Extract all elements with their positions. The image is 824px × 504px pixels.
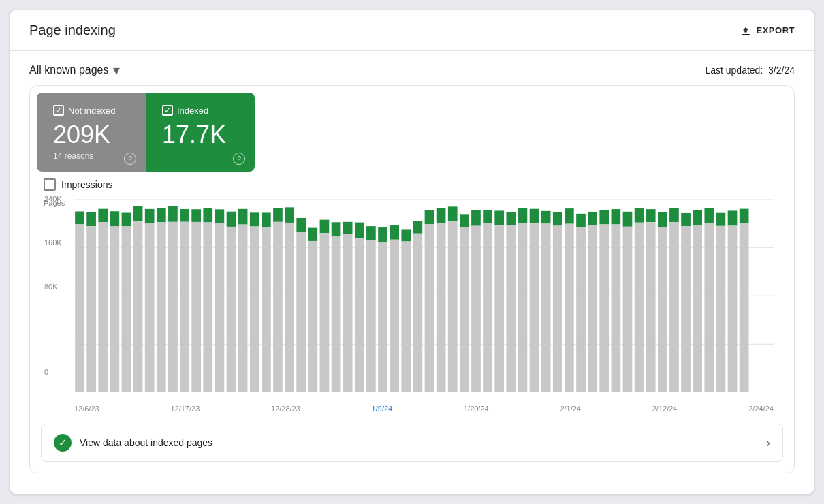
svg-rect-63 bbox=[413, 221, 423, 234]
x-label-8: 2/24/24 bbox=[748, 405, 774, 413]
svg-rect-82 bbox=[518, 223, 528, 392]
svg-rect-75 bbox=[483, 210, 492, 223]
svg-rect-45 bbox=[308, 227, 317, 240]
svg-rect-54 bbox=[355, 238, 364, 392]
impressions-checkbox[interactable] bbox=[44, 178, 56, 191]
x-label-6: 2/1/24 bbox=[560, 405, 581, 413]
svg-rect-84 bbox=[530, 223, 539, 392]
not-indexed-help-icon[interactable]: ? bbox=[124, 153, 136, 165]
bar-chart bbox=[74, 199, 774, 392]
svg-rect-104 bbox=[646, 222, 656, 392]
svg-rect-105 bbox=[658, 212, 667, 227]
svg-rect-85 bbox=[541, 210, 551, 223]
svg-rect-41 bbox=[285, 207, 294, 223]
svg-rect-40 bbox=[273, 221, 283, 392]
svg-rect-65 bbox=[425, 210, 434, 224]
svg-rect-106 bbox=[658, 227, 667, 392]
indexed-stat: ✓ Indexed 17.7K ? bbox=[146, 93, 255, 172]
svg-rect-15 bbox=[133, 206, 143, 221]
svg-rect-48 bbox=[320, 233, 330, 392]
svg-rect-117 bbox=[728, 210, 738, 225]
svg-rect-96 bbox=[599, 224, 609, 392]
svg-rect-76 bbox=[483, 223, 492, 392]
view-data-left: ✓ View data about indexed pages bbox=[54, 434, 212, 452]
svg-rect-16 bbox=[133, 221, 143, 392]
svg-rect-8 bbox=[86, 226, 96, 392]
svg-rect-38 bbox=[262, 227, 271, 392]
svg-rect-36 bbox=[250, 226, 259, 392]
svg-rect-5 bbox=[75, 211, 84, 224]
svg-rect-81 bbox=[518, 208, 528, 223]
svg-rect-109 bbox=[681, 213, 691, 226]
svg-rect-116 bbox=[716, 225, 726, 392]
svg-rect-74 bbox=[471, 225, 481, 392]
svg-rect-61 bbox=[401, 229, 411, 241]
chart-area: Pages bbox=[44, 199, 780, 413]
export-button[interactable]: EXPORT bbox=[739, 24, 795, 37]
svg-rect-6 bbox=[75, 224, 84, 392]
svg-rect-49 bbox=[332, 222, 341, 236]
svg-rect-89 bbox=[565, 208, 574, 224]
svg-rect-92 bbox=[576, 227, 586, 392]
svg-rect-78 bbox=[494, 225, 504, 392]
svg-rect-91 bbox=[576, 213, 586, 226]
indexed-check-icon: ✓ bbox=[54, 434, 72, 452]
svg-rect-35 bbox=[250, 212, 259, 226]
not-indexed-checkbox[interactable]: ✓ bbox=[53, 105, 64, 116]
chart-container: 240K 160K 80K 0 bbox=[74, 199, 774, 392]
svg-rect-39 bbox=[273, 208, 283, 222]
svg-rect-43 bbox=[296, 218, 306, 232]
svg-rect-19 bbox=[157, 208, 166, 222]
svg-rect-29 bbox=[215, 209, 225, 223]
svg-rect-27 bbox=[203, 208, 212, 223]
svg-rect-46 bbox=[308, 241, 317, 392]
svg-rect-114 bbox=[704, 223, 714, 392]
svg-rect-79 bbox=[506, 212, 516, 225]
svg-rect-13 bbox=[122, 212, 131, 225]
checkmark-icon: ✓ bbox=[55, 106, 62, 114]
svg-rect-31 bbox=[227, 211, 236, 226]
svg-rect-11 bbox=[110, 211, 119, 226]
svg-rect-44 bbox=[296, 232, 306, 392]
svg-rect-101 bbox=[635, 208, 644, 223]
svg-rect-94 bbox=[588, 225, 597, 392]
svg-rect-58 bbox=[378, 242, 387, 392]
svg-rect-14 bbox=[122, 226, 131, 392]
view-indexed-pages-button[interactable]: ✓ View data about indexed pages › bbox=[41, 424, 783, 462]
svg-rect-28 bbox=[203, 222, 212, 392]
indexed-label: Indexed bbox=[177, 106, 208, 116]
view-data-arrow-icon: › bbox=[766, 436, 770, 450]
svg-rect-23 bbox=[180, 209, 189, 222]
svg-rect-68 bbox=[437, 223, 446, 392]
svg-rect-55 bbox=[366, 226, 376, 240]
y-tick-160k: 160K bbox=[44, 238, 62, 247]
svg-rect-18 bbox=[145, 223, 155, 392]
svg-rect-24 bbox=[180, 221, 189, 392]
export-icon bbox=[739, 24, 752, 37]
page-title: Page indexing bbox=[29, 22, 116, 38]
impressions-label: Impressions bbox=[61, 179, 112, 190]
svg-rect-113 bbox=[704, 208, 714, 223]
svg-rect-77 bbox=[494, 210, 504, 225]
pages-dropdown-button[interactable]: All known pages ▾ bbox=[29, 62, 120, 78]
svg-rect-97 bbox=[612, 209, 621, 224]
svg-rect-88 bbox=[553, 225, 562, 392]
svg-rect-64 bbox=[413, 233, 423, 392]
svg-rect-120 bbox=[740, 223, 749, 392]
svg-rect-87 bbox=[553, 212, 562, 225]
indexed-checkbox[interactable]: ✓ bbox=[162, 105, 173, 116]
svg-rect-47 bbox=[320, 219, 330, 233]
svg-rect-60 bbox=[390, 239, 399, 392]
svg-rect-32 bbox=[227, 227, 236, 392]
indexed-help-icon[interactable]: ? bbox=[233, 153, 245, 165]
main-content: ✓ Not indexed 209K 14 reasons ? ✓ Indexe… bbox=[10, 85, 814, 494]
not-indexed-label-row: ✓ Not indexed bbox=[53, 105, 129, 116]
svg-rect-7 bbox=[86, 212, 96, 226]
indexing-card: ✓ Not indexed 209K 14 reasons ? ✓ Indexe… bbox=[29, 85, 795, 473]
svg-rect-33 bbox=[238, 208, 248, 224]
svg-rect-102 bbox=[635, 222, 644, 392]
indexed-label-row: ✓ Indexed bbox=[162, 105, 238, 116]
main-window: Page indexing EXPORT All known pages ▾ L… bbox=[10, 10, 814, 494]
svg-rect-86 bbox=[541, 223, 551, 392]
svg-rect-95 bbox=[599, 210, 609, 225]
